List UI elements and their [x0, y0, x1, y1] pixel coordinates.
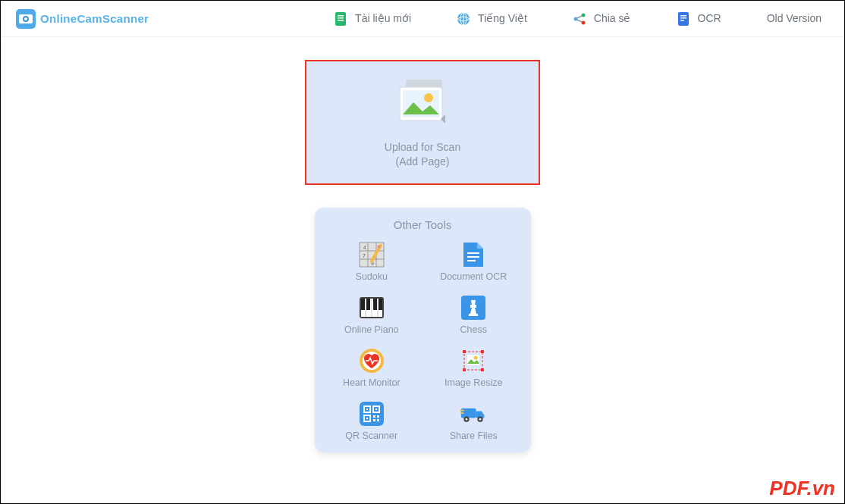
svg-rect-48 [463, 350, 466, 353]
nav-bar: Tài liệu mới Tiếng Việt Chia sẻ OCR Old … [149, 12, 829, 26]
chess-icon [460, 294, 487, 321]
svg-rect-51 [481, 368, 484, 371]
svg-point-69 [479, 418, 482, 421]
sudoku-icon: 479 [358, 241, 385, 268]
tool-label: Share Files [450, 430, 498, 441]
piano-icon [358, 294, 385, 321]
nav-label: Tài liệu mới [355, 12, 411, 26]
svg-rect-58 [366, 409, 368, 410]
svg-rect-6 [338, 20, 344, 21]
upload-image-icon [392, 77, 453, 131]
svg-rect-63 [373, 419, 375, 421]
svg-rect-31 [467, 252, 479, 254]
tool-online-piano[interactable]: Online Piano [322, 292, 422, 337]
tool-image-resize[interactable]: Image Resize [424, 345, 523, 390]
svg-rect-39 [379, 299, 382, 310]
nav-language[interactable]: Tiếng Việt [457, 12, 527, 26]
svg-point-2 [24, 17, 27, 20]
tool-label: Document OCR [440, 271, 507, 282]
nav-old-version[interactable]: Old Version [767, 12, 821, 26]
nav-share[interactable]: Chia sẻ [573, 12, 631, 26]
svg-rect-60 [366, 418, 368, 419]
nav-label: Tiếng Việt [478, 12, 527, 26]
svg-rect-17 [680, 20, 684, 21]
qr-icon [358, 400, 385, 427]
other-tools-panel: Other Tools 479 Sudoku Document OCR Onli… [315, 208, 531, 452]
svg-rect-16 [680, 17, 686, 19]
svg-text:4: 4 [363, 245, 366, 250]
svg-rect-33 [467, 260, 476, 261]
svg-line-13 [576, 20, 582, 22]
svg-point-68 [466, 418, 468, 421]
tool-heart-monitor[interactable]: Heart Monitor [322, 345, 422, 390]
svg-point-9 [581, 13, 585, 17]
heart-icon [358, 347, 385, 374]
tool-label: Sudoku [356, 271, 388, 282]
upload-text-line1: Upload for Scan [385, 140, 460, 155]
svg-rect-38 [373, 299, 377, 310]
svg-point-53 [474, 356, 478, 360]
tool-document-ocr[interactable]: Document OCR [424, 239, 523, 284]
svg-rect-59 [375, 409, 377, 410]
svg-rect-37 [366, 299, 370, 310]
document-icon [460, 241, 487, 268]
tool-qr-scanner[interactable]: QR Scanner [322, 398, 422, 443]
logo[interactable]: OnlineCamScanner [16, 9, 149, 29]
svg-rect-5 [338, 17, 344, 19]
svg-rect-54 [360, 402, 384, 426]
tool-sudoku[interactable]: 479 Sudoku [322, 239, 422, 284]
svg-text:7: 7 [363, 253, 366, 258]
svg-rect-3 [335, 12, 346, 26]
tools-grid: 479 Sudoku Document OCR Online Piano Che… [322, 239, 523, 443]
nav-label: OCR [698, 12, 721, 26]
ocr-icon [677, 12, 690, 26]
document-icon [334, 12, 347, 26]
upload-area[interactable]: Upload for Scan (Add Page) [305, 60, 540, 185]
upload-text: Upload for Scan (Add Page) [385, 140, 460, 169]
tool-label: QR Scanner [345, 430, 397, 441]
header: OnlineCamScanner Tài liệu mới Tiếng Việt… [1, 1, 844, 37]
nav-label: Chia sẻ [594, 12, 631, 26]
main-content: Upload for Scan (Add Page) Other Tools 4… [1, 37, 844, 452]
svg-rect-49 [481, 350, 484, 353]
tool-label: Online Piano [344, 324, 399, 335]
svg-rect-36 [361, 299, 365, 310]
truck-icon [460, 400, 487, 427]
upload-text-line2: (Add Page) [385, 155, 460, 169]
nav-new-document[interactable]: Tài liệu mới [334, 12, 411, 26]
tool-chess[interactable]: Chess [424, 292, 523, 337]
svg-rect-62 [377, 415, 379, 418]
logo-icon [16, 9, 36, 29]
svg-rect-50 [463, 368, 466, 371]
svg-rect-15 [680, 15, 686, 17]
svg-line-12 [576, 16, 582, 18]
svg-rect-61 [373, 415, 375, 418]
svg-point-21 [424, 93, 433, 102]
svg-rect-4 [338, 15, 344, 17]
svg-rect-32 [467, 256, 479, 258]
tool-label: Heart Monitor [343, 377, 401, 388]
tools-title: Other Tools [322, 218, 523, 231]
svg-rect-64 [377, 419, 379, 421]
svg-point-11 [581, 20, 585, 24]
tool-label: Image Resize [444, 377, 502, 388]
tool-label: Chess [460, 324, 487, 335]
globe-icon [457, 12, 470, 26]
nav-ocr[interactable]: OCR [677, 12, 721, 26]
nav-label: Old Version [767, 12, 821, 26]
share-icon [573, 12, 586, 26]
svg-rect-44 [469, 314, 478, 316]
resize-icon [460, 347, 487, 374]
svg-rect-14 [678, 12, 689, 26]
watermark: PDF.vn [769, 477, 835, 500]
logo-text: OnlineCamScanner [40, 12, 149, 25]
tool-share-files[interactable]: Share Files [424, 398, 523, 443]
